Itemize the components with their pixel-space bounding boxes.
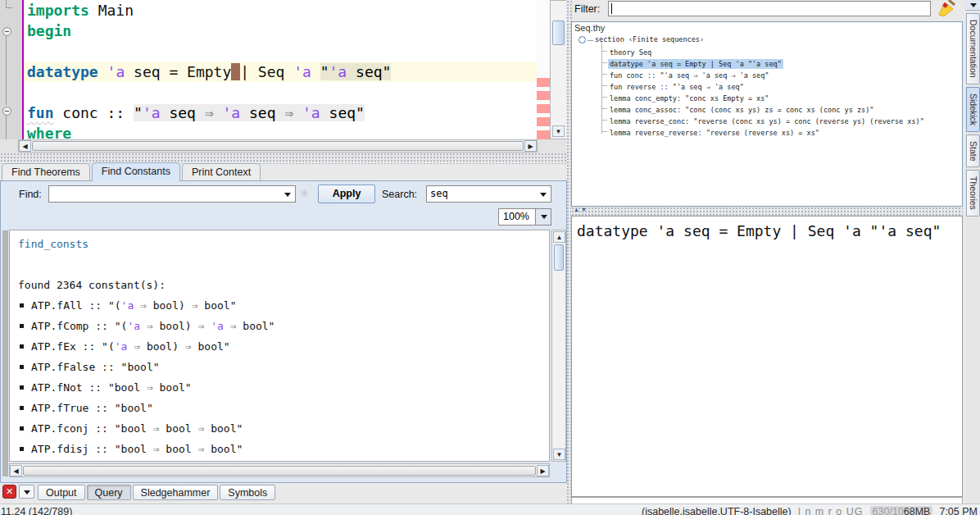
fold-toggle-icon[interactable] (2, 27, 11, 36)
right-dock-theories[interactable]: Theories (966, 170, 980, 216)
tab-find-constants[interactable]: Find Constants (92, 162, 180, 181)
code-segment (98, 63, 107, 80)
output-line (18, 254, 549, 275)
find-input[interactable] (48, 185, 296, 203)
error-mark[interactable] (537, 130, 551, 139)
scrollbar-thumb[interactable] (554, 244, 564, 271)
scrollbar-thumb[interactable] (32, 141, 524, 151)
chevron-down-icon[interactable] (284, 193, 291, 197)
code-segment: ⇒ (147, 320, 153, 332)
code-line (27, 41, 537, 62)
code-segment (311, 63, 320, 80)
tree-item[interactable]: lemma reverse_conc: "reverse (conc xs ys… (572, 114, 962, 125)
theory-editor[interactable]: imports Mainbegindatatype 'a seq = Empty… (0, 0, 567, 153)
right-dock-documentation[interactable]: Documentation (966, 13, 980, 84)
code-segment: ATP.fdisj :: "bool (31, 443, 153, 455)
horizontal-splitter[interactable] (0, 153, 567, 164)
error-mark[interactable] (537, 78, 551, 87)
tree-section-row[interactable]: section ‹Finite sequences› (572, 34, 962, 46)
code-segment: 'a (143, 104, 161, 121)
dock-button-query[interactable]: Query (87, 485, 131, 500)
scroll-left-button[interactable]: ◀ (19, 140, 31, 152)
code-segment: seq" (347, 63, 391, 80)
editor-gutter (0, 0, 22, 139)
tree-item[interactable]: lemma conc_assoc: "conc (conc xs ys) zs … (572, 103, 962, 114)
code-line: fun conc :: "'a seq ⇒ 'a seq ⇒ 'a seq" (27, 103, 537, 123)
code-segment: ⇒ (284, 104, 293, 121)
scroll-left-button[interactable]: ◀ (10, 465, 22, 476)
right-dock-items: DocumentationSidekickStateTheories (966, 13, 980, 216)
tree-root-label: Seq.thy (574, 23, 605, 33)
dock-button-symbols[interactable]: Symbols (220, 485, 275, 500)
code-segment: Main (89, 2, 134, 19)
scrollbar-thumb[interactable] (23, 466, 536, 476)
code-segment: 'a (329, 63, 347, 80)
scrollbar-thumb[interactable] (552, 21, 565, 45)
editor-vertical-scrollbar[interactable]: ▼ (550, 0, 567, 139)
output-horizontal-scrollbar[interactable]: ◀ ▶ (9, 463, 550, 477)
chevron-down-icon (24, 490, 30, 494)
right-dock-sidekick[interactable]: Sidekick (966, 87, 980, 132)
mode-flags: | n m r o UG (798, 506, 864, 515)
tree-item[interactable]: lemma conc_empty: "conc xs Empty = xs" (572, 91, 962, 103)
code-segment: find_consts (18, 238, 88, 250)
code-segment: ATP.fEx :: "( (31, 340, 115, 353)
scroll-right-button[interactable]: ▶ (524, 140, 537, 152)
bottom-dock-bar: ✕ OutputQuerySledgehammerSymbols (0, 484, 567, 504)
code-segment: bool" (153, 381, 192, 394)
code-segment: bool" (204, 443, 243, 455)
code-segment (140, 320, 147, 332)
clear-filter-broom-icon[interactable] (937, 0, 958, 16)
tree-item[interactable]: datatype 'a seq = Empty | Seq 'a "'a seq… (572, 57, 962, 68)
code-segment: " (320, 63, 329, 80)
filter-label: Filter: (574, 3, 600, 15)
code-segment (204, 320, 211, 332)
clock: 7:05 PM (939, 506, 978, 515)
tree-expand-handle-icon[interactable] (578, 36, 586, 43)
dock-popup-button[interactable] (965, 0, 980, 11)
chevron-down-icon[interactable] (540, 193, 547, 197)
output-vertical-scrollbar[interactable]: ▲ ▼ (551, 230, 566, 462)
code-segment: bool" (204, 422, 243, 435)
tab-print-context[interactable]: Print Context (182, 163, 261, 180)
scroll-right-button[interactable]: ▶ (537, 465, 549, 476)
output-line: ATP.fComp :: "('a ⇒ bool) ⇒ 'a ⇒ bool" (18, 316, 549, 336)
error-mark[interactable] (537, 104, 551, 113)
zoom-dropdown-button[interactable] (535, 209, 551, 225)
code-text-area[interactable]: imports Mainbegindatatype 'a seq = Empty… (24, 0, 537, 139)
right-dock-state[interactable]: State (966, 134, 980, 168)
dock-button-sledgehammer[interactable]: Sledgehammer (133, 485, 219, 500)
code-segment: found 2364 constant(s): (18, 279, 166, 291)
scroll-up-button[interactable]: ▲ (553, 231, 565, 243)
output-line: ATP.fconj :: "bool ⇒ bool ⇒ bool" (18, 418, 549, 439)
right-panel-splitter[interactable]: ▲ ▼ (571, 207, 963, 216)
fold-toggle-icon[interactable] (2, 107, 11, 116)
scroll-down-button[interactable]: ▼ (552, 125, 565, 137)
scroll-down-button[interactable]: ▼ (553, 449, 565, 460)
tree-item[interactable]: fun conc :: "'a seq ⇒ 'a seq ⇒ 'a seq" (572, 68, 962, 80)
process-spinner-icon: ✳ (299, 186, 310, 201)
tree-section-label: section ‹Finite sequences› (595, 35, 704, 43)
collapse-down-icon[interactable]: ▼ (581, 207, 587, 212)
error-mark[interactable] (537, 117, 551, 126)
tree-item[interactable]: fun reverse :: "'a seq ⇒ 'a seq" (572, 80, 962, 91)
search-input[interactable]: seq (426, 185, 551, 203)
close-dockable-button[interactable]: ✕ (2, 485, 16, 499)
right-dock-column: DocumentationSidekickStateTheories (965, 0, 980, 504)
tab-find-theorems[interactable]: Find Theorems (2, 163, 90, 180)
tree-item[interactable]: lemma reverse_reverse: "reverse (reverse… (572, 125, 962, 137)
filter-input[interactable] (608, 1, 931, 16)
buffer-status: (isabelle,isabelle,UTF-8-Isabelle) (642, 506, 792, 515)
dock-button-output[interactable]: Output (38, 485, 85, 500)
memory-gauge[interactable]: 630/1068MB (870, 506, 933, 515)
status-right-group: (isabelle,isabelle,UTF-8-Isabelle) | n m… (642, 506, 978, 515)
apply-button[interactable]: Apply (318, 185, 375, 203)
error-mark[interactable] (537, 91, 551, 100)
code-line: datatype 'a seq = Empty | Seq 'a "'a seq… (24, 62, 537, 82)
editor-horizontal-scrollbar[interactable]: ◀ ▶ (18, 139, 538, 153)
tree-item[interactable]: theory Seq (572, 45, 962, 57)
zoom-level-spinner[interactable]: 100% (498, 208, 551, 226)
code-segment (231, 63, 240, 80)
dockable-menu-button[interactable] (19, 485, 34, 499)
collapse-up-icon[interactable]: ▲ (574, 207, 579, 212)
